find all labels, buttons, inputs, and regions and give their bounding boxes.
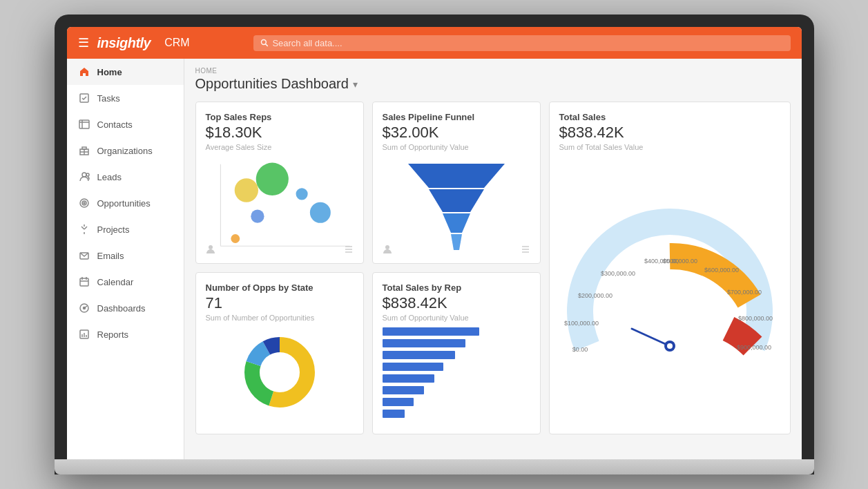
svg-point-0 — [261, 40, 266, 45]
contacts-icon — [78, 118, 90, 131]
pipeline-funnel-card: Sales Pipeline Funnel $32.00K Sum of Opp… — [372, 102, 541, 264]
laptop-frame: ☰ insightly CRM Home — [55, 15, 814, 474]
page-title-row: Opportunities Dashboard ▾ — [195, 76, 791, 92]
svg-line-60 — [632, 329, 670, 346]
sidebar-item-opportunities[interactable]: Opportunities — [67, 190, 184, 216]
top-sales-subtitle: Average Sales Size — [206, 143, 354, 151]
opps-by-state-card: Number of Opps by State 71 Sum of Number… — [195, 272, 364, 434]
total-sales-value: $838.42K — [559, 124, 780, 142]
bar-row — [383, 398, 530, 406]
sidebar-label-projects: Projects — [97, 224, 130, 235]
sidebar-item-leads[interactable]: Leads — [67, 164, 184, 190]
sidebar-label-leads: Leads — [97, 172, 122, 182]
svg-text:$300,000.00: $300,000.00 — [600, 270, 635, 277]
person-icon — [206, 245, 215, 256]
bar-fill — [383, 398, 414, 406]
sidebar-label-reports: Reports — [97, 329, 129, 340]
total-sales-subtitle: Sum of Total Sales Value — [559, 143, 780, 151]
sidebar-item-organizations[interactable]: Organizations — [67, 137, 184, 164]
opps-state-subtitle: Sum of Number of Opportunities — [206, 314, 354, 322]
svg-point-37 — [231, 234, 240, 243]
breadcrumb: HOME — [195, 67, 791, 75]
laptop-screen: ☰ insightly CRM Home — [67, 27, 802, 459]
sidebar-label-emails: Emails — [97, 251, 124, 261]
svg-text:$800,000.00: $800,000.00 — [737, 315, 772, 322]
top-sales-footer — [206, 245, 354, 256]
opportunities-icon — [78, 197, 90, 209]
svg-text:$100,000.00: $100,000.00 — [563, 320, 598, 327]
svg-rect-20 — [80, 278, 88, 286]
svg-point-11 — [86, 173, 89, 176]
projects-icon — [78, 223, 90, 236]
sidebar-item-contacts[interactable]: Contacts — [67, 111, 184, 137]
bar-row — [383, 374, 530, 383]
sidebar-item-dashboards[interactable]: Dashboards — [67, 295, 184, 321]
sidebar-label-calendar: Calendar — [97, 277, 134, 287]
sidebar-label-contacts: Contacts — [97, 119, 133, 130]
content-area: HOME Opportunities Dashboard ▾ Top Sales… — [184, 59, 802, 459]
svg-point-32 — [234, 178, 258, 202]
dashboards-icon — [78, 302, 90, 314]
svg-line-18 — [84, 227, 87, 229]
sidebar-item-emails[interactable]: Emails — [67, 242, 184, 269]
svg-point-36 — [309, 202, 330, 223]
svg-rect-7 — [82, 147, 86, 149]
organizations-icon — [78, 144, 90, 157]
bar-row — [383, 339, 530, 347]
svg-marker-42 — [408, 164, 505, 188]
total-sales-title: Total Sales — [559, 112, 780, 122]
svg-point-46 — [385, 245, 389, 249]
sidebar-label-tasks: Tasks — [97, 93, 120, 104]
leads-icon — [78, 171, 90, 183]
sidebar-item-home[interactable]: Home — [67, 59, 184, 85]
dashboard-grid: Top Sales Reps $18.30K Average Sales Siz… — [195, 102, 791, 434]
bar-row — [383, 327, 530, 336]
calendar-icon — [78, 276, 90, 288]
svg-point-35 — [251, 209, 264, 222]
sidebar-item-calendar[interactable]: Calendar — [67, 269, 184, 295]
search-icon — [260, 39, 269, 47]
bar-fill — [383, 386, 424, 394]
sidebar: Home Tasks Contacts — [67, 59, 184, 459]
funnel-chart — [383, 157, 530, 253]
sidebar-item-reports[interactable]: Reports — [67, 321, 184, 347]
pipeline-subtitle: Sum of Opportunity Value — [383, 143, 530, 151]
person-icon-2 — [383, 245, 392, 256]
logo: insightly — [97, 35, 151, 51]
search-input[interactable] — [272, 38, 783, 48]
search-bar[interactable] — [253, 35, 791, 51]
svg-point-34 — [296, 188, 307, 200]
svg-text:$500,000.00: $500,000.00 — [662, 258, 697, 265]
topbar: ☰ insightly CRM — [67, 27, 802, 59]
svg-point-38 — [209, 245, 213, 249]
main-layout: Home Tasks Contacts — [67, 59, 802, 459]
sidebar-item-projects[interactable]: Projects — [67, 216, 184, 242]
sidebar-item-tasks[interactable]: Tasks — [67, 85, 184, 111]
bar-fill — [383, 374, 434, 383]
svg-point-67 — [262, 354, 298, 390]
svg-text:$900,000.00: $900,000.00 — [736, 344, 771, 351]
svg-line-1 — [265, 44, 267, 46]
bar-row — [383, 410, 530, 418]
svg-line-17 — [81, 227, 84, 229]
page-title-dropdown-icon[interactable]: ▾ — [353, 79, 358, 90]
svg-marker-44 — [443, 213, 470, 233]
pipeline-value: $32.00K — [383, 124, 530, 142]
svg-point-14 — [84, 202, 85, 204]
crm-label: CRM — [164, 37, 189, 49]
opps-state-value: 71 — [206, 294, 354, 312]
sidebar-label-dashboards: Dashboards — [97, 303, 146, 314]
svg-text:$600,000.00: $600,000.00 — [704, 267, 738, 274]
opps-state-title: Number of Opps by State — [206, 282, 354, 293]
sidebar-label-opportunities: Opportunities — [97, 198, 151, 209]
menu-icon[interactable]: ☰ — [78, 35, 89, 50]
sales-rep-subtitle: Sum of Opportunity Value — [383, 314, 530, 322]
bar-row — [383, 386, 530, 394]
bar-chart — [383, 327, 530, 424]
svg-rect-3 — [79, 120, 89, 128]
gauge-chart: $0.00 $100,000.00 $200,000.00 $300,000.0… — [559, 157, 780, 424]
svg-marker-43 — [429, 189, 484, 212]
sales-rep-value: $838.42K — [383, 294, 530, 312]
bar-fill — [383, 339, 465, 347]
svg-text:$700,000.00: $700,000.00 — [726, 289, 761, 296]
